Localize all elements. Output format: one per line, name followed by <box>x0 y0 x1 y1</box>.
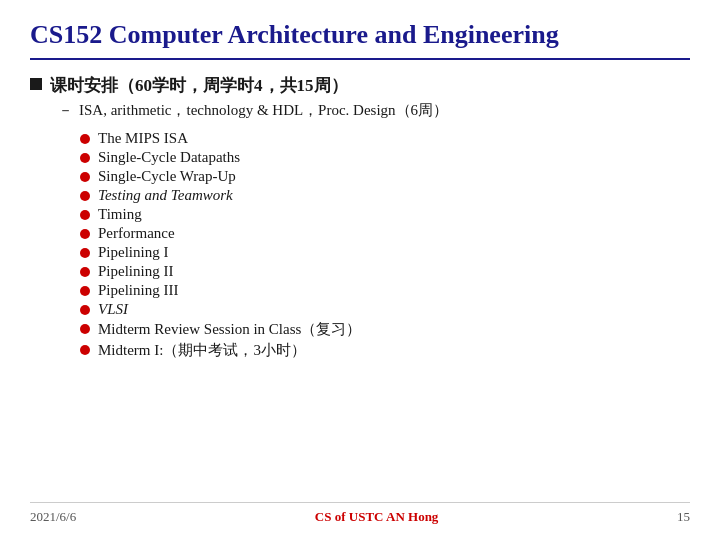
dash-symbol: － <box>58 101 73 120</box>
list-item-text: The MIPS ISA <box>98 130 188 147</box>
list-item-text: Single-Cycle Wrap-Up <box>98 168 236 185</box>
circle-bullet-icon <box>80 172 90 182</box>
list-item-text: Pipelining II <box>98 263 173 280</box>
list-item: Timing <box>80 206 690 223</box>
top-bullet-text: 课时安排（60学时，周学时4，共15周） <box>50 74 348 97</box>
list-item: Pipelining II <box>80 263 690 280</box>
dash-item-text: ISA, arithmetic，technology & HDL，Proc. D… <box>79 101 448 120</box>
circle-bullet-icon <box>80 324 90 334</box>
circle-bullet-icon <box>80 210 90 220</box>
slide: CS152 Computer Architecture and Engineer… <box>0 0 720 540</box>
list-item: VLSI <box>80 301 690 318</box>
circle-bullet-icon <box>80 345 90 355</box>
circle-bullet-icon <box>80 248 90 258</box>
footer: 2021/6/6 CS of USTC AN Hong 15 <box>30 502 690 525</box>
circle-bullet-icon <box>80 305 90 315</box>
list-item: Pipelining I <box>80 244 690 261</box>
circle-bullet-icon <box>80 153 90 163</box>
list-item: Single-Cycle Wrap-Up <box>80 168 690 185</box>
footer-date: 2021/6/6 <box>30 509 76 525</box>
list-item-text: Pipelining III <box>98 282 178 299</box>
list-item: The MIPS ISA <box>80 130 690 147</box>
dash-item: － ISA, arithmetic，technology & HDL，Proc.… <box>58 101 690 120</box>
footer-page: 15 <box>677 509 690 525</box>
list-item-text: Testing and Teamwork <box>98 187 233 204</box>
square-bullet-icon <box>30 78 42 90</box>
sub-section: － ISA, arithmetic，technology & HDL，Proc.… <box>58 101 690 126</box>
list-item: Performance <box>80 225 690 242</box>
footer-title: CS of USTC AN Hong <box>315 509 439 525</box>
list-item: Single-Cycle Datapaths <box>80 149 690 166</box>
list-items-container: The MIPS ISASingle-Cycle DatapathsSingle… <box>80 130 690 362</box>
list-item: Midterm Review Session in Class（复习） <box>80 320 690 339</box>
list-item: Midterm I:（期中考试，3小时） <box>80 341 690 360</box>
circle-bullet-icon <box>80 286 90 296</box>
list-item: Testing and Teamwork <box>80 187 690 204</box>
circle-bullet-icon <box>80 134 90 144</box>
list-item-text: Single-Cycle Datapaths <box>98 149 240 166</box>
circle-bullet-icon <box>80 191 90 201</box>
list-item-text: VLSI <box>98 301 128 318</box>
list-item-text: Midterm I:（期中考试，3小时） <box>98 341 306 360</box>
circle-bullet-icon <box>80 267 90 277</box>
top-bullet-item: 课时安排（60学时，周学时4，共15周） <box>30 74 690 97</box>
list-item: Pipelining III <box>80 282 690 299</box>
list-item-text: Pipelining I <box>98 244 168 261</box>
circle-bullet-icon <box>80 229 90 239</box>
list-item-text: Performance <box>98 225 175 242</box>
list-item-text: Timing <box>98 206 142 223</box>
content-area: 课时安排（60学时，周学时4，共15周） － ISA, arithmetic，t… <box>30 74 690 502</box>
slide-title: CS152 Computer Architecture and Engineer… <box>30 20 690 60</box>
list-item-text: Midterm Review Session in Class（复习） <box>98 320 361 339</box>
